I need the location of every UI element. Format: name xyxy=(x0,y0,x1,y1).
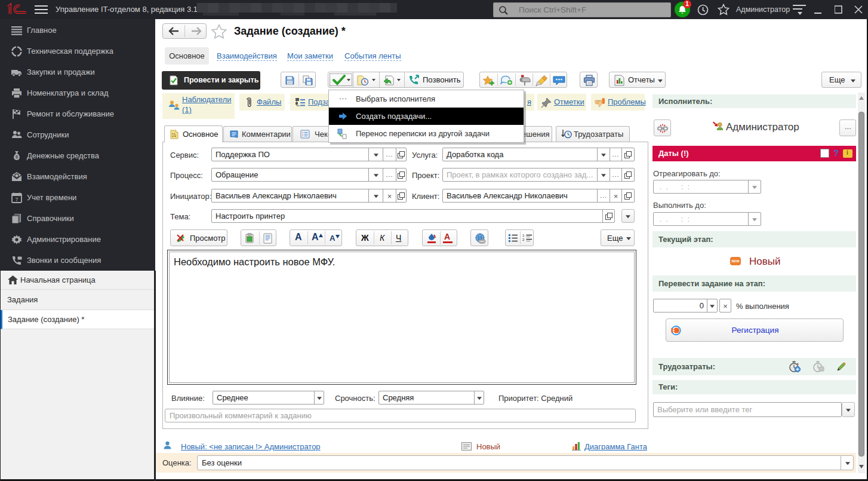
svg-text:7: 7 xyxy=(15,197,18,203)
svg-text:$: $ xyxy=(16,154,19,160)
svg-text:2: 2 xyxy=(522,238,525,241)
svg-text:1: 1 xyxy=(522,234,525,237)
